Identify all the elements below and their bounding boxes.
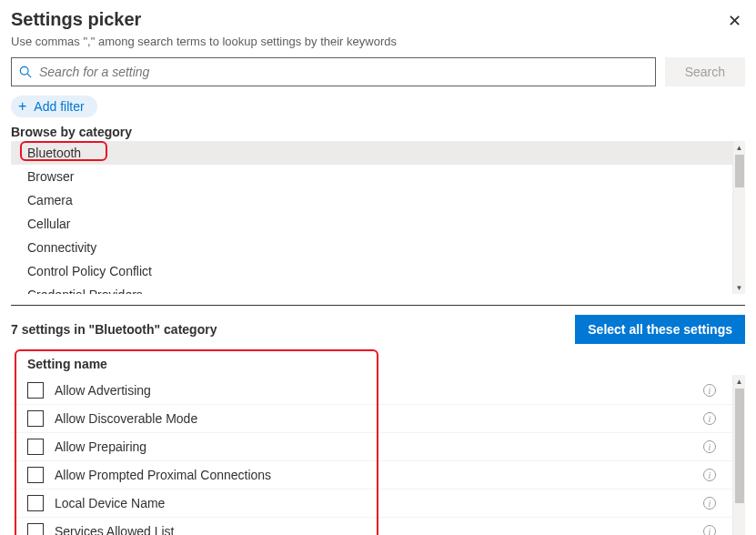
- page-title: Settings picker: [11, 9, 141, 30]
- category-item[interactable]: Credential Providers: [11, 283, 732, 294]
- column-header-setting-name: Setting name: [11, 353, 745, 377]
- info-icon[interactable]: i: [703, 440, 716, 453]
- search-box[interactable]: [11, 57, 656, 86]
- setting-checkbox[interactable]: [27, 410, 44, 427]
- setting-name-label: Allow Advertising: [55, 383, 703, 398]
- scroll-up-icon[interactable]: ▲: [733, 141, 745, 154]
- scroll-down-icon[interactable]: ▼: [733, 281, 745, 294]
- setting-checkbox[interactable]: [27, 382, 44, 399]
- scroll-up-icon[interactable]: ▲: [733, 375, 745, 388]
- setting-checkbox[interactable]: [27, 467, 44, 483]
- setting-name-label: Allow Prepairing: [55, 439, 703, 454]
- results-count-text: 7 settings in "Bluetooth" category: [11, 322, 217, 337]
- category-item[interactable]: Browser: [11, 165, 732, 188]
- svg-point-0: [20, 66, 28, 75]
- add-filter-label: Add filter: [34, 99, 84, 114]
- scroll-thumb[interactable]: [735, 389, 744, 503]
- setting-row[interactable]: Services Allowed Listi: [11, 518, 732, 535]
- setting-checkbox[interactable]: [27, 439, 44, 455]
- setting-name-label: Local Device Name: [55, 496, 703, 510]
- category-item[interactable]: Connectivity: [11, 236, 732, 259]
- scroll-thumb[interactable]: [735, 155, 744, 187]
- add-filter-button[interactable]: + Add filter: [11, 96, 97, 117]
- category-item[interactable]: Cellular: [11, 212, 732, 236]
- setting-row[interactable]: Local Device Namei: [11, 490, 732, 518]
- setting-checkbox[interactable]: [27, 495, 44, 511]
- info-icon[interactable]: i: [703, 384, 716, 397]
- category-item[interactable]: Control Policy Conflict: [11, 259, 732, 283]
- settings-scrollbar[interactable]: ▲ ▼: [732, 375, 745, 535]
- page-subtitle: Use commas "," among search terms to loo…: [11, 35, 745, 48]
- category-item[interactable]: Camera: [11, 188, 732, 212]
- info-icon[interactable]: i: [703, 497, 716, 510]
- search-icon: [19, 66, 32, 78]
- close-icon[interactable]: ✕: [724, 9, 745, 33]
- info-icon[interactable]: i: [703, 525, 716, 535]
- plus-icon: +: [18, 99, 26, 114]
- setting-row[interactable]: Allow Advertisingi: [11, 377, 732, 405]
- browse-by-category-label: Browse by category: [11, 125, 745, 139]
- info-icon[interactable]: i: [703, 469, 716, 481]
- category-scrollbar[interactable]: ▲ ▼: [732, 141, 745, 294]
- svg-line-1: [27, 74, 31, 77]
- select-all-button[interactable]: Select all these settings: [575, 315, 745, 344]
- divider: [11, 305, 745, 306]
- category-item[interactable]: Bluetooth: [11, 141, 732, 165]
- setting-row[interactable]: Allow Discoverable Modei: [11, 405, 732, 433]
- setting-name-label: Allow Prompted Proximal Connections: [55, 468, 703, 482]
- info-icon[interactable]: i: [703, 412, 716, 425]
- setting-row[interactable]: Allow Prompted Proximal Connectionsi: [11, 461, 732, 490]
- setting-name-label: Services Allowed List: [55, 524, 703, 535]
- setting-checkbox[interactable]: [27, 523, 44, 535]
- search-input[interactable]: [37, 64, 648, 80]
- settings-table: Setting name Allow AdvertisingiAllow Dis…: [11, 353, 745, 535]
- search-button[interactable]: Search: [665, 57, 745, 86]
- setting-name-label: Allow Discoverable Mode: [55, 411, 703, 426]
- setting-row[interactable]: Allow Prepairingi: [11, 433, 732, 461]
- category-list-container: BluetoothBrowserCameraCellularConnectivi…: [11, 141, 745, 294]
